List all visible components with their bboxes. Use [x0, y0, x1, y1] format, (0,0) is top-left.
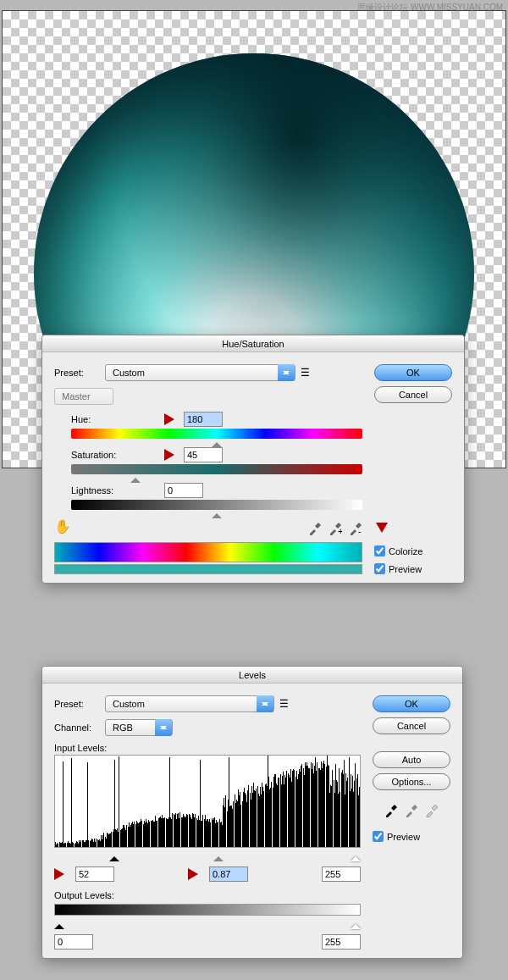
histogram: [54, 755, 361, 848]
output-levels-label: Output Levels:: [54, 890, 361, 900]
preview-label: Preview: [389, 564, 422, 574]
ok-button[interactable]: OK: [373, 695, 450, 712]
preset-label: Preset:: [54, 699, 105, 709]
eyedropper-gray-icon[interactable]: [405, 804, 418, 817]
highlight-slider[interactable]: [351, 851, 361, 861]
ok-button[interactable]: OK: [374, 364, 452, 381]
cancel-button[interactable]: Cancel: [374, 386, 452, 403]
preview-checkbox[interactable]: Preview: [374, 563, 452, 574]
result-color-bar: [54, 564, 362, 574]
hue-slider[interactable]: [71, 429, 362, 439]
channel-value: RGB: [113, 723, 133, 733]
eyedropper-black-icon[interactable]: [384, 804, 398, 817]
lightness-input[interactable]: [164, 483, 203, 498]
dropdown-cap-icon: [155, 719, 172, 736]
lightness-thumb[interactable]: [212, 508, 222, 518]
svg-text:-: -: [358, 526, 362, 535]
midtones-input[interactable]: [209, 866, 248, 882]
hand-tool-icon[interactable]: ✋: [54, 518, 71, 535]
saturation-thumb[interactable]: [130, 473, 141, 483]
edit-select: Master: [54, 388, 113, 405]
dropdown-cap-icon: [278, 364, 295, 381]
output-slider[interactable]: [54, 904, 361, 916]
highlights-input[interactable]: [322, 866, 361, 882]
arrow-indicator-icon: [164, 413, 180, 425]
output-high-slider[interactable]: [351, 919, 361, 929]
channel-label: Channel:: [54, 723, 105, 733]
arrow-indicator-icon: [54, 868, 70, 880]
spectrum-bar: [54, 542, 362, 562]
eyedropper-icon[interactable]: [308, 522, 322, 535]
lightness-slider[interactable]: [71, 500, 362, 510]
preview-check-input[interactable]: [373, 831, 384, 842]
shadows-input[interactable]: [75, 866, 114, 882]
output-sliders[interactable]: [54, 919, 361, 929]
auto-button[interactable]: Auto: [373, 751, 450, 768]
preset-menu-icon[interactable]: ☰: [301, 367, 310, 379]
preset-select[interactable]: Custom: [105, 695, 274, 712]
preview-checkbox[interactable]: Preview: [373, 831, 450, 842]
saturation-label: Saturation:: [71, 450, 164, 460]
preset-label: Preset:: [54, 368, 105, 378]
midtone-slider[interactable]: [213, 851, 224, 861]
arrow-indicator-icon: [188, 868, 204, 880]
lightness-label: Lightness:: [71, 485, 164, 496]
shadow-slider[interactable]: [109, 851, 119, 861]
preset-value: Custom: [113, 699, 145, 709]
output-high-input[interactable]: [322, 934, 361, 950]
saturation-input[interactable]: [184, 447, 223, 462]
levels-dialog: Levels Preset: Custom ☰ Channel: RGB Inp…: [41, 666, 463, 959]
options-button[interactable]: Options...: [373, 773, 450, 790]
hue-label: Hue:: [71, 414, 164, 424]
eyedropper-minus-icon[interactable]: -: [349, 522, 362, 535]
arrow-indicator-icon: [164, 449, 180, 461]
input-sliders[interactable]: [54, 851, 361, 861]
input-levels-label: Input Levels:: [54, 743, 361, 753]
colorize-checkbox[interactable]: Colorize: [374, 545, 452, 556]
preset-select[interactable]: Custom: [105, 364, 295, 381]
output-low-input[interactable]: [54, 934, 93, 950]
arrow-indicator-icon: [376, 523, 388, 539]
preview-check-input[interactable]: [374, 563, 385, 574]
preview-label: Preview: [387, 832, 420, 842]
preset-menu-icon[interactable]: ☰: [279, 698, 289, 710]
hue-input[interactable]: [184, 412, 223, 427]
output-low-slider[interactable]: [54, 919, 64, 929]
svg-text:+: +: [338, 526, 342, 535]
dropdown-cap-icon: [257, 695, 273, 712]
preset-value: Custom: [113, 368, 145, 378]
hue-saturation-dialog: Hue/Saturation Preset: Custom ☰ Master H…: [41, 335, 465, 584]
eyedropper-plus-icon[interactable]: +: [329, 522, 342, 535]
hue-thumb[interactable]: [212, 437, 222, 447]
cancel-button[interactable]: Cancel: [373, 717, 450, 734]
saturation-slider[interactable]: [71, 464, 362, 474]
channel-select[interactable]: RGB: [105, 719, 173, 736]
dialog-title: Hue/Saturation: [42, 335, 464, 352]
colorize-check-input[interactable]: [374, 545, 385, 556]
colorize-label: Colorize: [389, 546, 422, 556]
eyedropper-white-icon[interactable]: [425, 804, 439, 817]
edit-value: Master: [62, 391, 91, 401]
dialog-title: Levels: [42, 667, 462, 684]
